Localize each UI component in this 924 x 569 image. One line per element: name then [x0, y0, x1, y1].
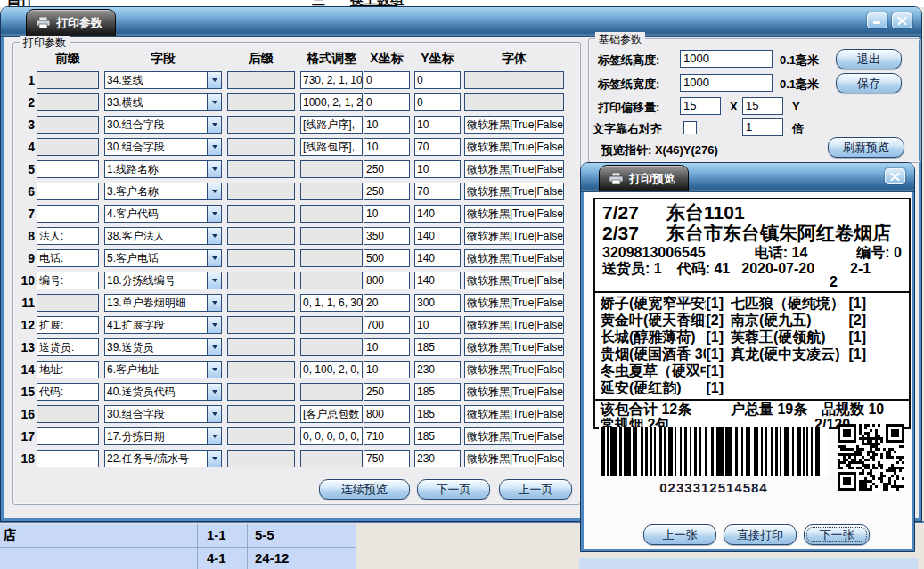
prev-page-button[interactable]: 上一页 [499, 479, 572, 500]
field-dropdown[interactable]: 33.横线 [104, 93, 222, 111]
y-coordinate-input[interactable]: 185 [414, 405, 461, 423]
offset-x-input[interactable]: 15 [680, 97, 721, 115]
suffix-input[interactable] [227, 383, 295, 401]
prefix-input[interactable]: 地址: [37, 361, 99, 378]
suffix-input[interactable] [227, 361, 295, 378]
prefix-input[interactable]: 编号: [37, 272, 99, 289]
field-dropdown[interactable]: 38.客户法人 [104, 227, 222, 245]
format-input[interactable]: [客户总包数 [300, 405, 363, 423]
format-input[interactable]: 730, 2, 1, 100 [300, 71, 363, 89]
field-dropdown[interactable]: 5.客户电话 [104, 249, 222, 267]
font-input[interactable]: 微软雅黑|True|False [464, 427, 564, 445]
dropdown-arrow-icon[interactable] [207, 428, 221, 444]
dropdown-arrow-icon[interactable] [207, 362, 221, 378]
prefix-input[interactable]: 扩展: [37, 316, 99, 334]
suffix-input[interactable] [227, 93, 295, 111]
x-coordinate-input[interactable]: 250 [364, 183, 410, 200]
format-input[interactable] [300, 450, 363, 467]
prev-label-button[interactable]: 上一张 [643, 524, 716, 545]
prefix-input[interactable] [37, 160, 99, 178]
y-coordinate-input[interactable]: 230 [414, 361, 461, 378]
x-coordinate-input[interactable]: 750 [364, 450, 410, 467]
save-button[interactable]: 保存 [836, 73, 902, 93]
suffix-input[interactable] [227, 227, 295, 245]
y-coordinate-input[interactable]: 185 [414, 427, 461, 445]
field-dropdown[interactable]: 34.竖线 [104, 71, 222, 89]
field-dropdown[interactable]: 41.扩展字段 [104, 316, 222, 334]
prefix-input[interactable] [37, 427, 99, 445]
prefix-input[interactable] [37, 71, 99, 89]
format-input[interactable] [300, 383, 363, 401]
right-align-checkbox[interactable] [683, 121, 697, 134]
font-input[interactable]: 微软雅黑|True|False [464, 138, 564, 156]
dropdown-arrow-icon[interactable] [207, 206, 221, 222]
font-input[interactable]: 微软雅黑|True|False [464, 405, 564, 423]
font-input[interactable]: 微软雅黑|True|False [464, 338, 564, 356]
font-input[interactable] [464, 71, 564, 89]
font-input[interactable]: 微软雅黑|True|False [464, 249, 564, 267]
suffix-input[interactable] [227, 205, 295, 223]
dropdown-arrow-icon[interactable] [207, 250, 221, 266]
field-dropdown[interactable]: 39.送货员 [104, 338, 222, 356]
field-dropdown[interactable]: 40.送货员代码 [104, 383, 222, 401]
offset-y-input[interactable]: 15 [742, 97, 783, 115]
suffix-input[interactable] [227, 450, 295, 467]
field-dropdown[interactable]: 4.客户代码 [104, 205, 222, 223]
x-coordinate-input[interactable]: 710 [364, 427, 410, 445]
suffix-input[interactable] [227, 71, 295, 89]
font-input[interactable] [464, 93, 564, 111]
prefix-input[interactable] [37, 205, 99, 223]
x-coordinate-input[interactable]: 10 [364, 138, 410, 156]
dropdown-arrow-icon[interactable] [207, 317, 221, 333]
suffix-input[interactable] [227, 272, 295, 289]
y-coordinate-input[interactable]: 185 [414, 383, 461, 401]
suffix-input[interactable] [227, 116, 295, 134]
font-input[interactable]: 微软雅黑|True|False [464, 205, 564, 223]
suffix-input[interactable] [227, 183, 295, 200]
font-input[interactable]: 微软雅黑|True|False [464, 272, 564, 289]
x-coordinate-input[interactable]: 250 [364, 383, 410, 401]
font-input[interactable]: 微软雅黑|True|False [464, 316, 564, 334]
prefix-input[interactable] [37, 183, 99, 200]
font-input[interactable]: 微软雅黑|True|False [464, 183, 564, 200]
field-dropdown[interactable]: 17.分拣日期 [104, 427, 222, 445]
font-input[interactable]: 微软雅黑|True|False [464, 294, 564, 312]
prefix-input[interactable] [37, 294, 99, 312]
suffix-input[interactable] [227, 138, 295, 156]
format-input[interactable]: [线路户序], [300, 116, 363, 134]
y-coordinate-input[interactable]: 140 [414, 227, 461, 245]
minimize-button[interactable] [867, 12, 887, 28]
x-coordinate-input[interactable]: 250 [364, 160, 410, 178]
suffix-input[interactable] [227, 427, 295, 445]
x-coordinate-input[interactable]: 10 [364, 361, 410, 378]
format-input[interactable] [300, 205, 363, 223]
x-coordinate-input[interactable]: 10 [364, 116, 410, 134]
field-dropdown[interactable]: 13.单户卷烟明细 [104, 294, 222, 312]
suffix-input[interactable] [227, 338, 295, 356]
dropdown-arrow-icon[interactable] [207, 183, 221, 199]
dropdown-arrow-icon[interactable] [207, 406, 221, 422]
suffix-input[interactable] [227, 294, 295, 312]
format-input[interactable]: 0, 1, 1, 6, 300 [300, 294, 363, 312]
y-coordinate-input[interactable]: 10 [414, 116, 461, 134]
prefix-input[interactable]: 法人: [37, 227, 99, 245]
format-input[interactable] [300, 160, 363, 178]
dropdown-arrow-icon[interactable] [207, 117, 221, 133]
prefix-input[interactable] [37, 405, 99, 423]
format-input[interactable]: 0, 0, 0, 0, 0, 1 [300, 427, 363, 445]
x-coordinate-input[interactable]: 800 [364, 272, 410, 289]
suffix-input[interactable] [227, 249, 295, 267]
y-coordinate-input[interactable]: 10 [414, 316, 461, 334]
dropdown-arrow-icon[interactable] [207, 161, 221, 177]
y-coordinate-input[interactable]: 185 [414, 338, 461, 356]
x-coordinate-input[interactable]: 500 [364, 249, 410, 267]
next-label-button[interactable]: 下一张 [804, 524, 870, 545]
dropdown-arrow-icon[interactable] [207, 384, 221, 400]
font-input[interactable]: 微软雅黑|True|False [464, 160, 564, 178]
dropdown-arrow-icon[interactable] [207, 228, 221, 244]
x-coordinate-input[interactable]: 800 [364, 405, 410, 423]
prefix-input[interactable] [37, 116, 99, 134]
prefix-input[interactable] [37, 93, 99, 111]
field-dropdown[interactable]: 6.客户地址 [104, 361, 222, 378]
dropdown-arrow-icon[interactable] [207, 72, 221, 88]
